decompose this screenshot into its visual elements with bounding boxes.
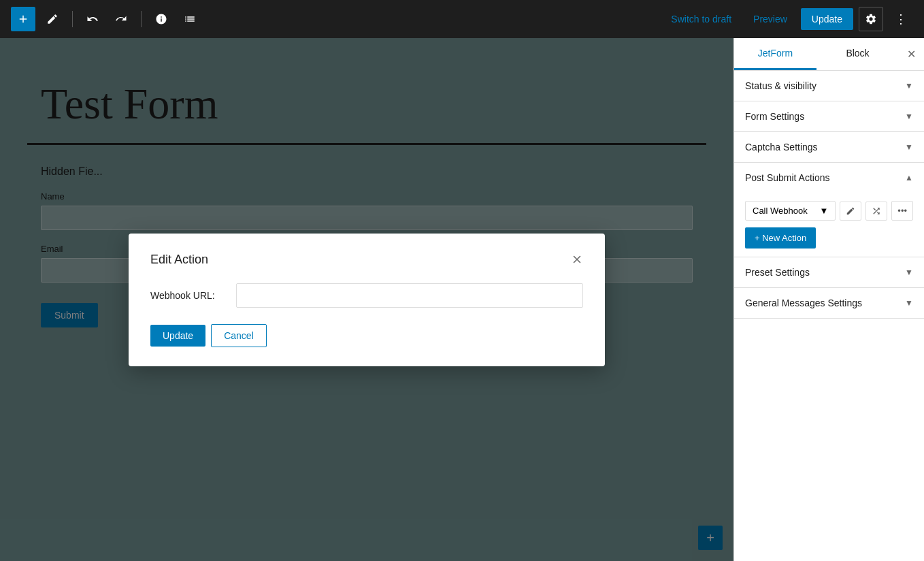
close-icon [571,253,583,266]
action-dropdown-chevron: ▼ [819,206,828,216]
sidebar-tabs: JetForm Block ✕ [734,38,924,71]
toolbar-left [11,7,201,31]
new-action-label: + New Action [755,233,806,243]
content-area: Test Form Hidden Fie... Name Email Phone… [0,38,733,561]
plus-icon [17,13,29,25]
preset-settings-label: Preset Settings [745,267,810,278]
modal-body: Webhook URL: [150,283,583,308]
redo-button[interactable] [110,9,133,29]
switch-to-draft-button[interactable]: Switch to draft [663,10,740,29]
post-submit-content: Call Webhook ▼ ••• + New Action [734,193,924,257]
form-settings-section[interactable]: Form Settings ▼ [734,101,924,132]
modal-header: Edit Action [150,253,583,267]
undo-button[interactable] [81,9,104,29]
edit-tool-button[interactable] [41,9,64,29]
post-submit-header[interactable]: Post Submit Actions ▲ [734,163,924,193]
captcha-settings-chevron: ▼ [905,142,913,152]
redo-icon [115,13,127,25]
info-icon [155,13,167,25]
settings-button[interactable] [859,7,883,31]
toolbar-right: Switch to draft Preview Update ⋮ [663,7,913,31]
action-dropdown[interactable]: Call Webhook ▼ [745,201,836,221]
captcha-settings-label: Captcha Settings [745,142,818,153]
modal-overlay: Edit Action Webhook URL: Update Cancel [0,38,733,561]
general-messages-section[interactable]: General Messages Settings ▼ [734,288,924,319]
info-button[interactable] [150,9,173,29]
undo-icon [86,13,99,25]
more-action-icon-button[interactable]: ••• [891,201,913,221]
modal-cancel-button[interactable]: Cancel [211,324,267,347]
status-visibility-chevron: ▼ [905,81,913,91]
more-options-button[interactable]: ⋮ [889,7,913,31]
shuffle-icon [872,206,881,216]
captcha-settings-section[interactable]: Captcha Settings ▼ [734,132,924,163]
post-submit-label: Post Submit Actions [745,172,830,183]
modal-title: Edit Action [150,253,208,267]
add-block-button[interactable] [11,7,35,31]
main-layout: Test Form Hidden Fie... Name Email Phone… [0,38,924,561]
action-dropdown-value: Call Webhook [753,206,808,216]
webhook-url-input[interactable] [236,283,583,308]
preview-button[interactable]: Preview [745,10,795,29]
update-button[interactable]: Update [801,8,853,30]
toolbar: Switch to draft Preview Update ⋮ [0,0,924,38]
webhook-url-row: Webhook URL: [150,283,583,308]
status-visibility-label: Status & visibility [745,80,816,91]
pencil-small-icon [846,206,855,216]
edit-action-icon-button[interactable] [840,202,861,221]
preset-settings-chevron: ▼ [905,268,913,277]
pencil-icon [46,13,59,25]
post-submit-section: Post Submit Actions ▲ Call Webhook ▼ [734,163,924,257]
webhook-url-label: Webhook URL: [150,290,225,301]
post-submit-chevron: ▲ [905,173,913,182]
new-action-button[interactable]: + New Action [745,227,816,249]
edit-action-modal: Edit Action Webhook URL: Update Cancel [129,234,605,366]
form-settings-label: Form Settings [745,111,804,122]
general-messages-label: General Messages Settings [745,298,862,308]
toolbar-separator [72,11,73,27]
ellipsis-icon: ••• [897,206,907,216]
shuffle-action-icon-button[interactable] [865,202,887,221]
modal-footer: Update Cancel [150,324,583,347]
modal-close-button[interactable] [571,253,583,266]
modal-update-button[interactable]: Update [150,325,205,347]
action-row: Call Webhook ▼ ••• [745,201,913,221]
toolbar-separator-2 [141,11,142,27]
tab-block[interactable]: Block [816,38,899,70]
list-icon [184,13,196,25]
list-view-button[interactable] [178,9,201,29]
sidebar: JetForm Block ✕ Status & visibility ▼ Fo… [733,38,924,561]
sidebar-close-button[interactable]: ✕ [899,38,924,70]
tab-jetform[interactable]: JetForm [734,38,816,70]
preset-settings-section[interactable]: Preset Settings ▼ [734,257,924,288]
general-messages-chevron: ▼ [905,298,913,308]
form-settings-chevron: ▼ [905,112,913,121]
status-visibility-section[interactable]: Status & visibility ▼ [734,71,924,101]
gear-icon [865,13,877,25]
